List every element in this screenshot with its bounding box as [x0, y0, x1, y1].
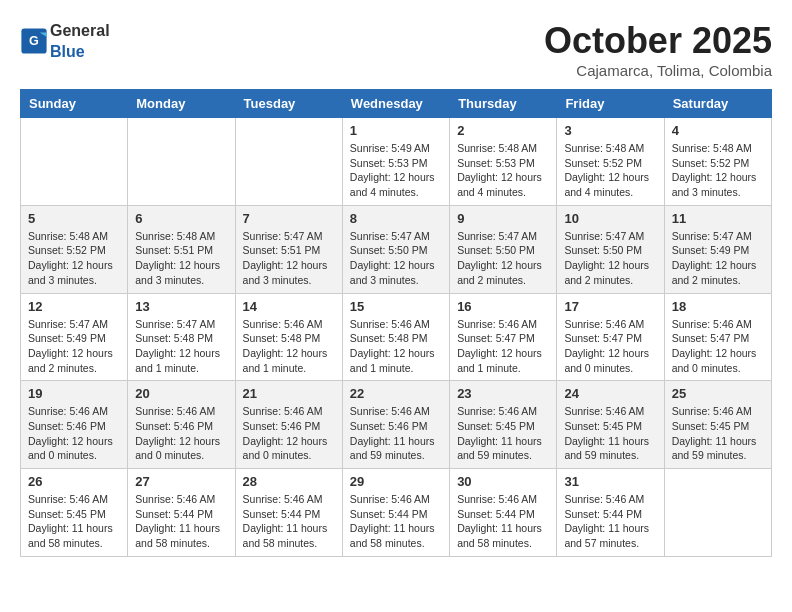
day-number: 20: [135, 386, 227, 401]
calendar-week-row: 5Sunrise: 5:48 AM Sunset: 5:52 PM Daylig…: [21, 205, 772, 293]
logo-general-text: General: [50, 22, 110, 39]
day-header-saturday: Saturday: [664, 90, 771, 118]
calendar-cell: 15Sunrise: 5:46 AM Sunset: 5:48 PM Dayli…: [342, 293, 449, 381]
calendar-cell: 29Sunrise: 5:46 AM Sunset: 5:44 PM Dayli…: [342, 469, 449, 557]
day-number: 23: [457, 386, 549, 401]
day-info: Sunrise: 5:47 AM Sunset: 5:49 PM Dayligh…: [672, 229, 764, 288]
day-number: 30: [457, 474, 549, 489]
calendar-cell: 19Sunrise: 5:46 AM Sunset: 5:46 PM Dayli…: [21, 381, 128, 469]
calendar-cell: 23Sunrise: 5:46 AM Sunset: 5:45 PM Dayli…: [450, 381, 557, 469]
day-number: 9: [457, 211, 549, 226]
day-info: Sunrise: 5:47 AM Sunset: 5:50 PM Dayligh…: [564, 229, 656, 288]
day-info: Sunrise: 5:46 AM Sunset: 5:46 PM Dayligh…: [135, 404, 227, 463]
day-info: Sunrise: 5:48 AM Sunset: 5:52 PM Dayligh…: [564, 141, 656, 200]
day-info: Sunrise: 5:46 AM Sunset: 5:45 PM Dayligh…: [672, 404, 764, 463]
calendar-cell: 5Sunrise: 5:48 AM Sunset: 5:52 PM Daylig…: [21, 205, 128, 293]
day-number: 13: [135, 299, 227, 314]
calendar-cell: 12Sunrise: 5:47 AM Sunset: 5:49 PM Dayli…: [21, 293, 128, 381]
calendar-cell: 31Sunrise: 5:46 AM Sunset: 5:44 PM Dayli…: [557, 469, 664, 557]
calendar-cell: 20Sunrise: 5:46 AM Sunset: 5:46 PM Dayli…: [128, 381, 235, 469]
calendar-cell: 27Sunrise: 5:46 AM Sunset: 5:44 PM Dayli…: [128, 469, 235, 557]
day-number: 15: [350, 299, 442, 314]
day-info: Sunrise: 5:46 AM Sunset: 5:48 PM Dayligh…: [243, 317, 335, 376]
calendar-cell: 26Sunrise: 5:46 AM Sunset: 5:45 PM Dayli…: [21, 469, 128, 557]
day-info: Sunrise: 5:46 AM Sunset: 5:46 PM Dayligh…: [350, 404, 442, 463]
calendar-cell: 3Sunrise: 5:48 AM Sunset: 5:52 PM Daylig…: [557, 118, 664, 206]
day-info: Sunrise: 5:47 AM Sunset: 5:48 PM Dayligh…: [135, 317, 227, 376]
calendar-header-row: SundayMondayTuesdayWednesdayThursdayFrid…: [21, 90, 772, 118]
calendar-cell: 2Sunrise: 5:48 AM Sunset: 5:53 PM Daylig…: [450, 118, 557, 206]
day-number: 21: [243, 386, 335, 401]
calendar-cell: 17Sunrise: 5:46 AM Sunset: 5:47 PM Dayli…: [557, 293, 664, 381]
day-header-friday: Friday: [557, 90, 664, 118]
calendar-cell: 1Sunrise: 5:49 AM Sunset: 5:53 PM Daylig…: [342, 118, 449, 206]
title-section: October 2025 Cajamarca, Tolima, Colombia: [544, 20, 772, 79]
day-number: 18: [672, 299, 764, 314]
day-info: Sunrise: 5:46 AM Sunset: 5:44 PM Dayligh…: [350, 492, 442, 551]
calendar-cell: 8Sunrise: 5:47 AM Sunset: 5:50 PM Daylig…: [342, 205, 449, 293]
day-header-thursday: Thursday: [450, 90, 557, 118]
day-header-monday: Monday: [128, 90, 235, 118]
calendar-cell: 11Sunrise: 5:47 AM Sunset: 5:49 PM Dayli…: [664, 205, 771, 293]
day-number: 27: [135, 474, 227, 489]
calendar-cell: 21Sunrise: 5:46 AM Sunset: 5:46 PM Dayli…: [235, 381, 342, 469]
day-number: 28: [243, 474, 335, 489]
calendar-cell: [21, 118, 128, 206]
day-info: Sunrise: 5:46 AM Sunset: 5:47 PM Dayligh…: [457, 317, 549, 376]
calendar-cell: 18Sunrise: 5:46 AM Sunset: 5:47 PM Dayli…: [664, 293, 771, 381]
day-info: Sunrise: 5:47 AM Sunset: 5:50 PM Dayligh…: [457, 229, 549, 288]
day-number: 8: [350, 211, 442, 226]
calendar-cell: 28Sunrise: 5:46 AM Sunset: 5:44 PM Dayli…: [235, 469, 342, 557]
day-info: Sunrise: 5:48 AM Sunset: 5:52 PM Dayligh…: [28, 229, 120, 288]
calendar-cell: 25Sunrise: 5:46 AM Sunset: 5:45 PM Dayli…: [664, 381, 771, 469]
day-number: 24: [564, 386, 656, 401]
logo-icon: G: [20, 27, 48, 55]
day-header-tuesday: Tuesday: [235, 90, 342, 118]
calendar-table: SundayMondayTuesdayWednesdayThursdayFrid…: [20, 89, 772, 557]
day-number: 12: [28, 299, 120, 314]
calendar-cell: 6Sunrise: 5:48 AM Sunset: 5:51 PM Daylig…: [128, 205, 235, 293]
day-number: 16: [457, 299, 549, 314]
calendar-cell: 14Sunrise: 5:46 AM Sunset: 5:48 PM Dayli…: [235, 293, 342, 381]
day-number: 3: [564, 123, 656, 138]
day-info: Sunrise: 5:46 AM Sunset: 5:45 PM Dayligh…: [28, 492, 120, 551]
day-info: Sunrise: 5:46 AM Sunset: 5:44 PM Dayligh…: [243, 492, 335, 551]
day-header-sunday: Sunday: [21, 90, 128, 118]
day-info: Sunrise: 5:46 AM Sunset: 5:44 PM Dayligh…: [135, 492, 227, 551]
calendar-cell: [664, 469, 771, 557]
calendar-week-row: 19Sunrise: 5:46 AM Sunset: 5:46 PM Dayli…: [21, 381, 772, 469]
day-info: Sunrise: 5:47 AM Sunset: 5:51 PM Dayligh…: [243, 229, 335, 288]
calendar-cell: 22Sunrise: 5:46 AM Sunset: 5:46 PM Dayli…: [342, 381, 449, 469]
calendar-cell: 30Sunrise: 5:46 AM Sunset: 5:44 PM Dayli…: [450, 469, 557, 557]
day-number: 4: [672, 123, 764, 138]
day-number: 31: [564, 474, 656, 489]
location-subtitle: Cajamarca, Tolima, Colombia: [544, 62, 772, 79]
day-info: Sunrise: 5:46 AM Sunset: 5:45 PM Dayligh…: [457, 404, 549, 463]
day-info: Sunrise: 5:49 AM Sunset: 5:53 PM Dayligh…: [350, 141, 442, 200]
day-number: 7: [243, 211, 335, 226]
calendar-cell: 13Sunrise: 5:47 AM Sunset: 5:48 PM Dayli…: [128, 293, 235, 381]
day-info: Sunrise: 5:48 AM Sunset: 5:53 PM Dayligh…: [457, 141, 549, 200]
day-number: 6: [135, 211, 227, 226]
day-number: 10: [564, 211, 656, 226]
day-header-wednesday: Wednesday: [342, 90, 449, 118]
day-info: Sunrise: 5:47 AM Sunset: 5:50 PM Dayligh…: [350, 229, 442, 288]
calendar-cell: 16Sunrise: 5:46 AM Sunset: 5:47 PM Dayli…: [450, 293, 557, 381]
svg-text:G: G: [29, 34, 39, 48]
calendar-cell: [128, 118, 235, 206]
day-info: Sunrise: 5:46 AM Sunset: 5:44 PM Dayligh…: [457, 492, 549, 551]
day-number: 22: [350, 386, 442, 401]
day-number: 17: [564, 299, 656, 314]
day-info: Sunrise: 5:48 AM Sunset: 5:52 PM Dayligh…: [672, 141, 764, 200]
day-info: Sunrise: 5:48 AM Sunset: 5:51 PM Dayligh…: [135, 229, 227, 288]
day-info: Sunrise: 5:46 AM Sunset: 5:47 PM Dayligh…: [564, 317, 656, 376]
calendar-week-row: 12Sunrise: 5:47 AM Sunset: 5:49 PM Dayli…: [21, 293, 772, 381]
logo: G General Blue: [20, 20, 110, 62]
day-number: 14: [243, 299, 335, 314]
day-info: Sunrise: 5:46 AM Sunset: 5:48 PM Dayligh…: [350, 317, 442, 376]
day-info: Sunrise: 5:46 AM Sunset: 5:45 PM Dayligh…: [564, 404, 656, 463]
day-number: 11: [672, 211, 764, 226]
day-number: 26: [28, 474, 120, 489]
day-info: Sunrise: 5:46 AM Sunset: 5:46 PM Dayligh…: [243, 404, 335, 463]
calendar-cell: [235, 118, 342, 206]
